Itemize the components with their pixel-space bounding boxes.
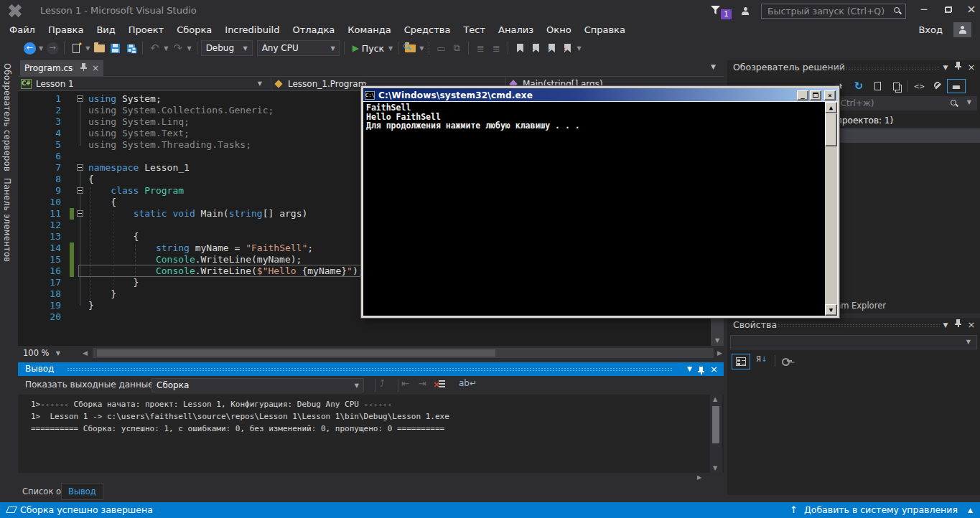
menu-item-Отладка[interactable]: Отладка (286, 22, 341, 39)
find-in-files-icon[interactable] (403, 41, 417, 55)
show-all-files-icon[interactable] (888, 79, 904, 93)
bookmark-dropdown-icon[interactable]: ▼ (577, 45, 581, 52)
cmd-scroll-thumb[interactable] (825, 113, 837, 146)
undo-icon[interactable]: ↶ (147, 41, 162, 55)
document-tab-program-cs[interactable]: Program.cs × (20, 60, 103, 76)
properties-header[interactable]: Свойства ▼ × (727, 318, 980, 332)
configuration-dropdown[interactable]: Debug▼ (201, 40, 253, 56)
preview-selected-items-icon[interactable]: ▬ (947, 79, 966, 93)
properties-object-dropdown[interactable]: ▼ (730, 335, 977, 349)
account-avatar[interactable] (953, 22, 971, 37)
cmd-title-bar[interactable]: C:\ C:\Windows\system32\cmd.exe _ × (363, 88, 837, 102)
output-text-area[interactable]: 1>------ Сборка начата: проект: Lesson 1… (18, 395, 724, 473)
increase-indent-icon[interactable]: ≣ (489, 41, 503, 55)
menu-item-Сборка[interactable]: Сборка (170, 22, 218, 39)
fold-collapse-icon[interactable] (77, 187, 83, 194)
undo-dropdown-icon[interactable]: ▼ (164, 45, 168, 52)
cmd-maximize-button[interactable] (810, 90, 821, 100)
platform-dropdown[interactable]: Any CPU▼ (257, 40, 340, 56)
fold-collapse-icon[interactable] (77, 210, 83, 217)
project-dropdown[interactable]: C# Lesson 1 ▼ (21, 77, 268, 90)
cmd-minimize-button[interactable]: _ (797, 90, 808, 100)
cmd-scroll-down-icon[interactable]: ▼ (825, 304, 837, 316)
property-pages-icon[interactable] (782, 357, 792, 367)
output-panel-header[interactable]: Вывод ▼ × (18, 362, 724, 376)
copy-parallel-icon[interactable]: ⧉ (449, 41, 464, 55)
cmd-close-button[interactable]: × (824, 90, 836, 100)
add-to-source-control-link[interactable]: Добавить в систему управления версиями (804, 502, 980, 518)
save-icon[interactable] (108, 41, 122, 55)
next-bookmark-icon[interactable]: → (544, 41, 559, 55)
se-close-icon[interactable]: × (966, 60, 977, 75)
menu-item-Тест[interactable]: Тест (457, 22, 492, 39)
open-file-icon[interactable] (92, 41, 106, 55)
new-project-icon[interactable]: ✦ (69, 41, 83, 55)
save-all-icon[interactable] (123, 41, 138, 55)
minimize-button[interactable]: ─ (913, 0, 935, 20)
alphabetical-sort-icon[interactable]: Я↓ (756, 355, 767, 363)
se-window-position-icon[interactable]: ▼ (940, 60, 951, 75)
source-control-expand-icon[interactable]: ▲ (968, 502, 973, 518)
menu-item-Справка[interactable]: Справка (578, 22, 632, 39)
find-dropdown-icon[interactable]: ▼ (419, 45, 424, 52)
cmd-scroll-up-icon[interactable]: ▲ (825, 102, 837, 113)
navigate-forward-icon[interactable]: → (45, 41, 60, 55)
new-dropdown-icon[interactable]: ▼ (85, 45, 90, 52)
menu-item-Incredibuild[interactable]: Incredibuild (218, 22, 286, 39)
output-tab[interactable]: Вывод (61, 483, 103, 500)
output-close-icon[interactable]: × (710, 362, 718, 376)
tab-list-dropdown-icon[interactable]: ▼ (711, 63, 716, 70)
toggle-bookmark-icon[interactable] (513, 41, 527, 55)
props-close-icon[interactable]: × (966, 318, 977, 332)
start-dropdown-icon[interactable]: ▼ (388, 45, 393, 52)
menu-item-Проект[interactable]: Проект (122, 22, 170, 39)
fold-collapse-icon[interactable] (77, 164, 83, 171)
feedback-icon[interactable] (741, 6, 750, 17)
start-debug-icon[interactable]: ▶ (353, 43, 359, 53)
prev-message-icon[interactable]: ⇤ (401, 378, 409, 389)
menu-item-Вид[interactable]: Вид (90, 22, 121, 39)
props-window-position-icon[interactable]: ▼ (940, 318, 951, 332)
properties-icon[interactable] (930, 79, 946, 93)
refresh-icon[interactable]: ↻ (851, 79, 867, 93)
output-source-dropdown[interactable]: Сборка▼ (151, 378, 364, 392)
cmd-window[interactable]: C:\ C:\Windows\system32\cmd.exe _ × Fait… (361, 86, 839, 318)
restore-button[interactable] (938, 0, 959, 20)
decrease-indent-icon[interactable]: ≣ (473, 41, 487, 55)
categorized-icon[interactable] (732, 354, 750, 369)
start-button-label[interactable]: Пуск (362, 43, 384, 54)
menu-item-Средства[interactable]: Средства (398, 22, 457, 39)
view-code-icon[interactable]: <> (911, 79, 927, 93)
close-tab-icon[interactable]: × (92, 63, 99, 73)
solution-explorer-header[interactable]: Обозреватель решений ▼ × (727, 60, 980, 75)
menu-item-Анализ[interactable]: Анализ (492, 22, 540, 39)
cmd-scrollbar[interactable]: ▲ ▼ (825, 102, 837, 316)
quick-launch-search[interactable]: Быстрый запуск (Ctrl+Q) (761, 4, 906, 19)
word-wrap-icon[interactable]: ab↵ (459, 378, 477, 388)
next-message-icon[interactable]: ⇥ (419, 378, 426, 389)
prev-bookmark-icon[interactable]: ← (528, 41, 543, 55)
menu-item-Команда[interactable]: Команда (341, 22, 397, 39)
source-control-up-icon[interactable]: ↑ (790, 502, 798, 518)
sign-in-link[interactable]: Вход (918, 22, 943, 39)
editor-horizontal-scrollbar[interactable] (93, 348, 714, 358)
navigate-back-icon[interactable]: ← (22, 41, 37, 55)
menu-item-Правка[interactable]: Правка (42, 22, 90, 39)
cmd-console-lines[interactable]: FaithSellHello FaithSellДля продолжения … (363, 102, 825, 316)
nest-files-icon[interactable] (869, 79, 885, 93)
redo-icon[interactable]: ↷ (170, 41, 185, 55)
notifications-icon[interactable] (711, 6, 720, 14)
pick-element-icon[interactable]: ▭ (434, 41, 448, 55)
fold-collapse-icon[interactable] (77, 95, 83, 102)
output-vertical-scrollbar[interactable]: ▲ ▼ (710, 395, 722, 473)
back-dropdown-icon[interactable]: ▼ (39, 45, 43, 52)
server-explorer-vertical-tab[interactable]: Обозреватель серверов (2, 63, 12, 171)
hscroll-right-icon[interactable]: ▶ (717, 349, 722, 357)
output-window-position-icon[interactable]: ▼ (687, 362, 692, 376)
props-pin-icon[interactable] (953, 318, 964, 332)
toolbox-vertical-tab[interactable]: Панель элементов (2, 178, 12, 262)
redo-dropdown-icon[interactable]: ▼ (187, 45, 191, 52)
output-horizontal-scrollbar[interactable]: ▶ (18, 473, 724, 482)
hscroll-left-icon[interactable]: ◀ (83, 349, 88, 357)
clear-bookmarks-icon[interactable]: × (560, 41, 574, 55)
